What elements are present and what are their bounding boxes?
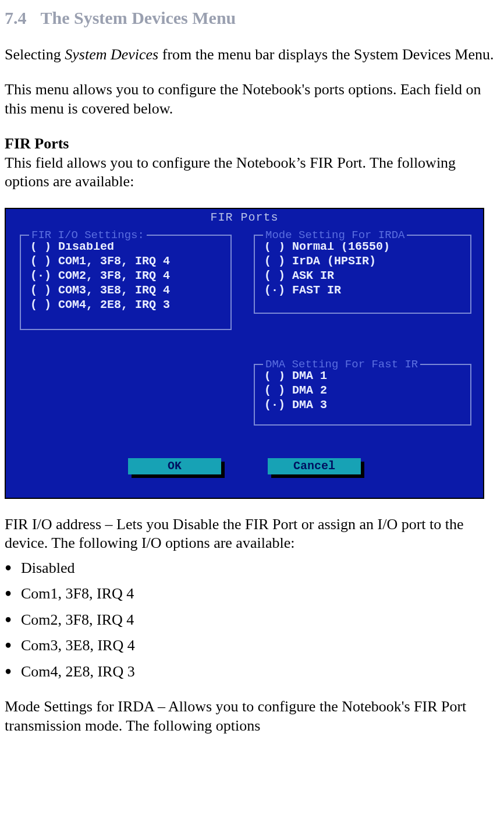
radio-option[interactable]: (·) DMA 3 — [264, 398, 327, 412]
bios-screenshot: FIR Ports FIR I/O Settings: ( ) Disabled… — [5, 208, 484, 499]
radio-option[interactable]: (·) COM2, 3F8, IRQ 4 — [30, 269, 170, 282]
mode-panel: Mode Setting For IRDA ( ) Normal (16550)… — [254, 235, 471, 314]
radio-option[interactable]: ( ) DMA 2 — [264, 384, 327, 397]
fir-io-legend: FIR I/O Settings: — [29, 229, 147, 243]
section-title: The System Devices Menu — [41, 8, 236, 27]
radio-option[interactable]: ( ) IrDA (HPSIR) — [264, 254, 376, 268]
dma-legend: DMA Setting For Fast IR — [263, 358, 420, 372]
intro-paragraph-2: This menu allows you to configure the No… — [5, 80, 501, 118]
cancel-button[interactable]: Cancel — [268, 458, 361, 474]
list-item: Com1, 3F8, IRQ 4 — [5, 584, 501, 604]
mode-settings-paragraph: Mode Settings for IRDA – Allows you to c… — [5, 697, 501, 735]
radio-option[interactable]: (·) FAST IR — [264, 284, 341, 297]
radio-option[interactable]: ( ) COM4, 2E8, IRQ 3 — [30, 298, 170, 311]
button-row: OK Cancel — [6, 458, 483, 474]
radio-option[interactable]: ( ) COM3, 3E8, IRQ 4 — [30, 284, 170, 297]
dma-panel: DMA Setting For Fast IR ( ) DMA 1 ( ) DM… — [254, 364, 471, 426]
mode-legend: Mode Setting For IRDA — [263, 229, 407, 243]
list-item: Com2, 3F8, IRQ 4 — [5, 611, 501, 630]
fir-ports-description: This field allows you to configure the N… — [5, 154, 456, 190]
section-number: 7.4 — [5, 8, 27, 27]
fir-io-panel: FIR I/O Settings: ( ) Disabled ( ) COM1,… — [20, 235, 232, 330]
mode-body: ( ) Normal (16550) ( ) IrDA (HPSIR) ( ) … — [255, 236, 470, 301]
fir-ports-section: FIR Ports This field allows you to confi… — [5, 134, 501, 192]
intro-paragraph-1: Selecting System Devices from the menu b… — [5, 45, 501, 65]
fir-io-body: ( ) Disabled ( ) COM1, 3F8, IRQ 4 (·) CO… — [21, 236, 230, 316]
fir-ports-heading: FIR Ports — [5, 135, 69, 152]
dma-body: ( ) DMA 1 ( ) DMA 2 (·) DMA 3 — [255, 365, 470, 416]
fir-io-address-paragraph: FIR I/O address – Lets you Disable the F… — [5, 515, 501, 553]
bios-title: FIR Ports — [210, 210, 278, 225]
radio-option[interactable]: ( ) ASK IR — [264, 269, 334, 282]
text: from the menu bar displays the System De… — [158, 46, 494, 63]
list-item: Com3, 3E8, IRQ 4 — [5, 636, 501, 655]
radio-option[interactable]: ( ) COM1, 3F8, IRQ 4 — [30, 254, 170, 268]
text-italic: System Devices — [65, 46, 158, 63]
io-options-list: Disabled Com1, 3F8, IRQ 4 Com2, 3F8, IRQ… — [5, 559, 501, 682]
ok-button[interactable]: OK — [128, 458, 221, 474]
list-item: Com4, 2E8, IRQ 3 — [5, 662, 501, 682]
list-item: Disabled — [5, 559, 501, 578]
section-heading: 7.4The System Devices Menu — [5, 7, 501, 29]
text: Selecting — [5, 46, 65, 63]
